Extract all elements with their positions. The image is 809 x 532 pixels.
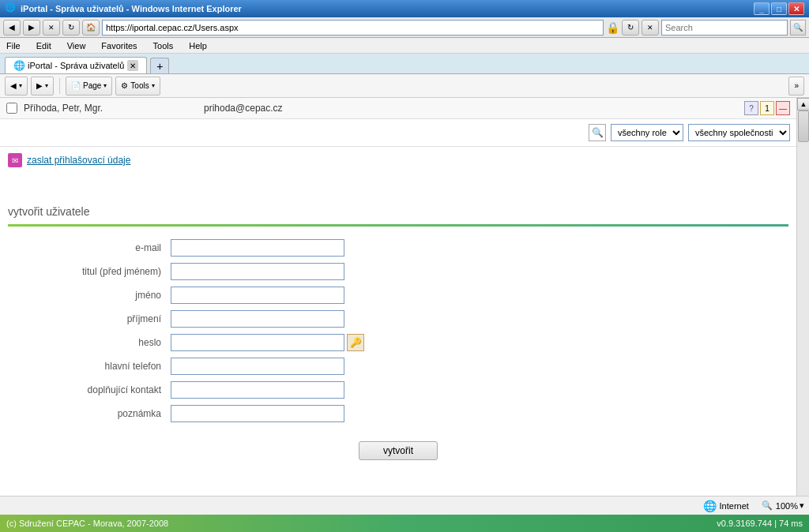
tab-close-button[interactable]: ✕	[127, 60, 138, 71]
form-cell-phone	[166, 354, 788, 378]
tab-bar: 🌐 iPortal - Správa uživatelů ✕ +	[0, 54, 809, 74]
menu-help[interactable]: Help	[186, 39, 210, 52]
lock-icon: 🔒	[606, 21, 619, 34]
input-phone[interactable]	[171, 358, 344, 375]
role-select[interactable]: všechny role	[611, 124, 683, 141]
version-text: v0.9.3169.744 | 74 ms	[717, 519, 803, 528]
stop-addr-button[interactable]: ✕	[642, 20, 659, 36]
form-cell-email	[166, 236, 788, 260]
send-login-link[interactable]: zaslat přihlašovací údaje	[27, 155, 130, 166]
zoom-text: 🔍	[762, 500, 773, 511]
user-actions: ? 1 —	[744, 101, 790, 115]
stop-button[interactable]: ✕	[43, 20, 60, 36]
user-email: prihoda@cepac.cz	[204, 103, 738, 114]
create-user-title: vytvořit uživatele	[8, 205, 788, 218]
user-row: Příhoda, Petr, Mgr. prihoda@cepac.cz ? 1…	[0, 98, 796, 119]
address-input[interactable]	[102, 20, 604, 36]
company-select[interactable]: všechny společnosti	[688, 124, 790, 141]
home-button[interactable]: 🏠	[82, 20, 100, 36]
zone-icon: 🌐	[703, 500, 717, 512]
input-note[interactable]	[171, 405, 344, 422]
close-button[interactable]: ✕	[788, 2, 804, 15]
green-divider	[8, 224, 788, 227]
vytvorit-button[interactable]: vytvořit	[359, 441, 438, 460]
menu-edit[interactable]: Edit	[33, 39, 55, 52]
tab-title: iPortal - Správa uživatelů	[28, 61, 124, 70]
ie-forward-btn[interactable]: ▶ ▾	[31, 77, 54, 96]
ie-tools-btn[interactable]: ⚙ Tools ▾	[115, 77, 160, 96]
help-button[interactable]: ?	[744, 101, 758, 115]
input-contact[interactable]	[171, 381, 344, 399]
user-name: Příhoda, Petr, Mgr.	[24, 103, 198, 114]
address-bar: ◀ ▶ ✕ ↻ 🏠 🔒 ↻ ✕ 🔍	[0, 17, 809, 38]
input-firstname[interactable]	[171, 287, 344, 304]
ie-zone: 🌐 Internet 🔍 100% ▾	[703, 500, 804, 512]
password-generate-button[interactable]: 🔑	[347, 334, 364, 351]
form-label-note: poznámka	[8, 402, 166, 425]
ie-expand-btn[interactable]: »	[788, 77, 804, 96]
search-input[interactable]	[661, 20, 788, 36]
search-go-button[interactable]: 🔍	[790, 20, 806, 36]
input-email[interactable]	[171, 239, 344, 257]
menu-view[interactable]: View	[64, 39, 89, 52]
tools-icon: ⚙	[121, 81, 128, 90]
scrollbar[interactable]: ▲ ▼	[796, 98, 809, 515]
form-cell-lastname	[166, 307, 788, 331]
ie-toolbar: ◀ ▾ ▶ ▾ 📄 Page ▾ ⚙ Tools ▾ »	[0, 74, 809, 98]
form-label-phone: hlavní telefon	[8, 354, 166, 378]
form-label-title: titul (před jménem)	[8, 260, 166, 283]
forward-button[interactable]: ▶	[23, 20, 40, 36]
menu-bar: File Edit View Favorites Tools Help	[0, 38, 809, 54]
status-bar: (c) Sdružení CEPAC - Morava, 2007-2008 v…	[0, 515, 809, 532]
tab-favicon: 🌐	[13, 60, 24, 71]
minimize-button[interactable]: _	[754, 2, 769, 15]
page-icon: 📄	[71, 81, 81, 90]
delete-button[interactable]: —	[776, 101, 790, 115]
window-icon: 🌐	[5, 2, 17, 15]
content-area: Příhoda, Petr, Mgr. prihoda@cepac.cz ? 1…	[0, 98, 809, 515]
scroll-thumb[interactable]	[798, 111, 809, 142]
user-checkbox[interactable]	[6, 103, 17, 114]
form-label-firstname: jméno	[8, 283, 166, 307]
menu-tools[interactable]: Tools	[150, 39, 177, 52]
input-password[interactable]	[171, 334, 344, 351]
form-label-lastname: příjmení	[8, 307, 166, 331]
ie-bottom-bar: 🌐 Internet 🔍 100% ▾	[0, 496, 809, 515]
spacer	[0, 174, 796, 197]
form-cell-firstname	[166, 283, 788, 307]
form-cell-note	[166, 402, 788, 425]
menu-favorites[interactable]: Favorites	[98, 39, 140, 52]
password-input-wrapper: 🔑	[171, 334, 784, 351]
scroll-track	[797, 111, 809, 502]
send-login-section: ✉ zaslat přihlašovací údaje	[0, 147, 796, 174]
filter-search-button[interactable]: 🔍	[589, 124, 606, 141]
copyright-text: (c) Sdružení CEPAC - Morava, 2007-2008	[6, 519, 717, 528]
window-title: iPortal - Správa uživatelů - Windows Int…	[21, 4, 754, 13]
toolbar-divider1	[59, 78, 60, 94]
main-content: Příhoda, Petr, Mgr. prihoda@cepac.cz ? 1…	[0, 98, 796, 515]
zone-text: Internet	[720, 501, 749, 511]
zoom-button[interactable]: 100% ▾	[776, 500, 804, 511]
new-tab-button[interactable]: +	[150, 58, 169, 73]
menu-file[interactable]: File	[3, 39, 24, 52]
filter-row: 🔍 všechny role všechny společnosti	[0, 119, 796, 147]
window-controls[interactable]: _ □ ✕	[754, 2, 804, 15]
refresh-addr-button[interactable]: ↻	[622, 20, 639, 36]
submit-row: vytvořit	[8, 425, 788, 476]
ie-back-btn[interactable]: ◀ ▾	[5, 77, 28, 96]
input-lastname[interactable]	[171, 310, 344, 328]
back-button[interactable]: ◀	[3, 20, 21, 36]
create-user-form: e-mailtitul (před jménem)jménopříjmeníhe…	[8, 236, 788, 425]
ie-page-btn[interactable]: 📄 Page ▾	[66, 77, 112, 96]
input-title[interactable]	[171, 263, 344, 280]
title-bar: 🌐 iPortal - Správa uživatelů - Windows I…	[0, 0, 809, 17]
browser-tab[interactable]: 🌐 iPortal - Správa uživatelů ✕	[5, 57, 147, 73]
form-cell-password: 🔑	[166, 331, 788, 354]
edit-button[interactable]: 1	[760, 101, 774, 115]
scroll-up-button[interactable]: ▲	[797, 98, 809, 111]
form-cell-title	[166, 260, 788, 283]
refresh-button[interactable]: ↻	[62, 20, 80, 36]
form-label-email: e-mail	[8, 236, 166, 260]
maximize-button[interactable]: □	[771, 2, 787, 15]
create-user-section: vytvořit uživatele e-mailtitul (před jmé…	[0, 197, 796, 476]
